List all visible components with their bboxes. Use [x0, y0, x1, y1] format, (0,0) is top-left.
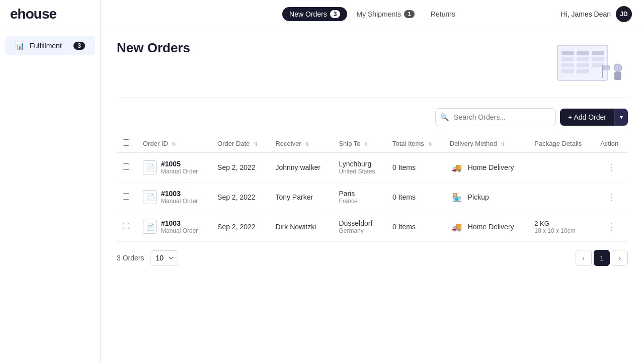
col-total-items-label: Total Items: [392, 140, 424, 147]
city-3: Düsseldorf: [339, 219, 380, 227]
country-1: United States: [339, 168, 380, 175]
footer-left: 3 Orders 10 25 50: [117, 250, 178, 265]
sort-icon-receiver[interactable]: ⇅: [305, 141, 309, 147]
content: New Orders: [101, 28, 644, 362]
tab-returns[interactable]: Returns: [424, 7, 462, 21]
search-input[interactable]: [435, 108, 556, 126]
svg-rect-7: [561, 63, 574, 67]
ship-to-2: Paris France: [333, 183, 386, 212]
delivery-method-3: 🚚 Home Delivery: [444, 212, 529, 242]
order-date-1: Sep 2, 2022: [211, 153, 269, 183]
page-1-button[interactable]: 1: [594, 250, 610, 266]
sort-icon-delivery-method[interactable]: ⇅: [501, 141, 505, 147]
svg-rect-2: [577, 51, 589, 55]
action-menu-3[interactable]: ⋮: [600, 221, 622, 232]
sort-icon-ship-to[interactable]: ⇅: [364, 141, 368, 147]
col-total-items: Total Items ⇅: [386, 134, 444, 153]
doc-icon-3: 📄: [143, 220, 157, 234]
ship-to-1: Lynchburg United States: [333, 153, 386, 183]
col-action-label: Action: [600, 140, 618, 147]
col-delivery-method-label: Delivery Method: [450, 140, 497, 147]
page-header-row: New Orders: [117, 40, 628, 85]
tab-new-orders-label: New Orders: [289, 10, 327, 18]
action-cell-3: ⋮: [594, 212, 628, 242]
col-order-id: Order ID ⇅: [137, 134, 211, 153]
header-checkbox-cell: [117, 134, 137, 153]
delivery-icon-2: 🏪: [450, 190, 464, 204]
chevron-down-icon: ▾: [620, 114, 623, 121]
table-body: 📄 #1005 Manual Order Sep 2, 2022 Johnny …: [117, 153, 628, 242]
pkg-dims-3: 10 x 10 x 10cm: [534, 227, 588, 234]
tab-returns-label: Returns: [431, 10, 455, 18]
sort-icon-total-items[interactable]: ⇅: [428, 141, 432, 147]
col-order-date: Order Date ⇅: [211, 134, 269, 153]
row-checkbox-1[interactable]: [123, 163, 129, 170]
country-3: Germany: [339, 227, 380, 234]
add-order-button[interactable]: + Add Order: [560, 109, 614, 126]
delivery-label-2: Pickup: [468, 193, 489, 201]
col-receiver-label: Receiver: [275, 140, 301, 147]
sort-icon-order-date[interactable]: ⇅: [254, 141, 258, 147]
action-menu-1[interactable]: ⋮: [600, 162, 622, 173]
doc-icon-1: 📄: [143, 160, 157, 174]
illustration-svg: [547, 40, 628, 85]
country-2: France: [339, 198, 380, 205]
col-receiver: Receiver ⇅: [269, 134, 333, 153]
search-box: 🔍: [435, 108, 556, 126]
receiver-1: Johnny walker: [269, 153, 333, 183]
toolbar: 🔍 + Add Order ▾: [117, 108, 628, 126]
sidebar-item-fulfillment[interactable]: 📊 Fulfillment 3: [5, 36, 95, 55]
order-id-cell-3: 📄 #1003 Manual Order: [137, 212, 211, 242]
col-order-id-label: Order ID: [143, 140, 168, 147]
tab-new-orders[interactable]: New Orders 3: [282, 7, 347, 21]
prev-page-button[interactable]: ‹: [576, 250, 592, 266]
row-checkbox-2[interactable]: [123, 193, 129, 200]
action-menu-2[interactable]: ⋮: [600, 192, 622, 203]
sort-icon-order-id[interactable]: ⇅: [172, 141, 176, 147]
order-id-num-3: #1003: [161, 219, 198, 227]
sidebar-nav: 📊 Fulfillment 3: [0, 28, 100, 63]
per-page-select[interactable]: 10 25 50: [150, 250, 178, 265]
svg-rect-5: [577, 57, 589, 61]
col-delivery-method: Delivery Method ⇅: [444, 134, 529, 153]
order-id-cell-2: 📄 #1003 Manual Order: [137, 183, 211, 212]
search-icon: 🔍: [440, 113, 449, 121]
row-checkbox-3[interactable]: [123, 223, 129, 229]
sidebar: ehouse 📊 Fulfillment 3: [0, 0, 101, 362]
row-checkbox-cell-3: [117, 212, 137, 242]
content-inner: New Orders: [101, 28, 644, 286]
svg-rect-10: [561, 69, 574, 73]
order-id-num-1: #1005: [161, 160, 198, 168]
add-order-label: + Add Order: [568, 113, 606, 121]
row-checkbox-cell-2: [117, 183, 137, 212]
col-action: Action: [594, 134, 628, 153]
order-id-cell-1: 📄 #1005 Manual Order: [137, 153, 211, 183]
action-cell-2: ⋮: [594, 183, 628, 212]
order-id-sub-3: Manual Order: [161, 227, 198, 234]
page-1-label: 1: [600, 254, 603, 262]
page-illustration: [547, 40, 628, 85]
order-id-num-2: #1003: [161, 190, 198, 198]
total-items-3: 0 Items: [386, 212, 444, 242]
city-1: Lynchburg: [339, 160, 380, 168]
avatar: JD: [616, 6, 632, 22]
col-package-details-label: Package Details: [534, 140, 582, 147]
svg-rect-15: [603, 65, 610, 70]
delivery-label-1: Home Delivery: [468, 163, 514, 171]
table-row: 📄 #1003 Manual Order Sep 2, 2022 Tony Pa…: [117, 183, 628, 212]
order-id-sub-1: Manual Order: [161, 168, 198, 175]
total-orders-label: 3 Orders: [117, 254, 144, 262]
col-ship-to: Ship To ⇅: [333, 134, 386, 153]
tab-my-shipments[interactable]: My Shipments 1: [349, 7, 421, 21]
svg-rect-1: [561, 51, 574, 55]
user-initials: JD: [620, 11, 627, 18]
receiver-2: Tony Parker: [269, 183, 333, 212]
tab-my-shipments-badge: 1: [404, 10, 415, 18]
select-all-checkbox[interactable]: [123, 139, 129, 146]
next-page-button[interactable]: ›: [612, 250, 628, 266]
order-id-sub-2: Manual Order: [161, 198, 198, 205]
svg-rect-3: [592, 51, 604, 55]
add-order-dropdown-button[interactable]: ▾: [614, 109, 628, 126]
sidebar-item-left: 📊 Fulfillment: [15, 41, 62, 50]
page-title: New Orders: [117, 40, 190, 56]
